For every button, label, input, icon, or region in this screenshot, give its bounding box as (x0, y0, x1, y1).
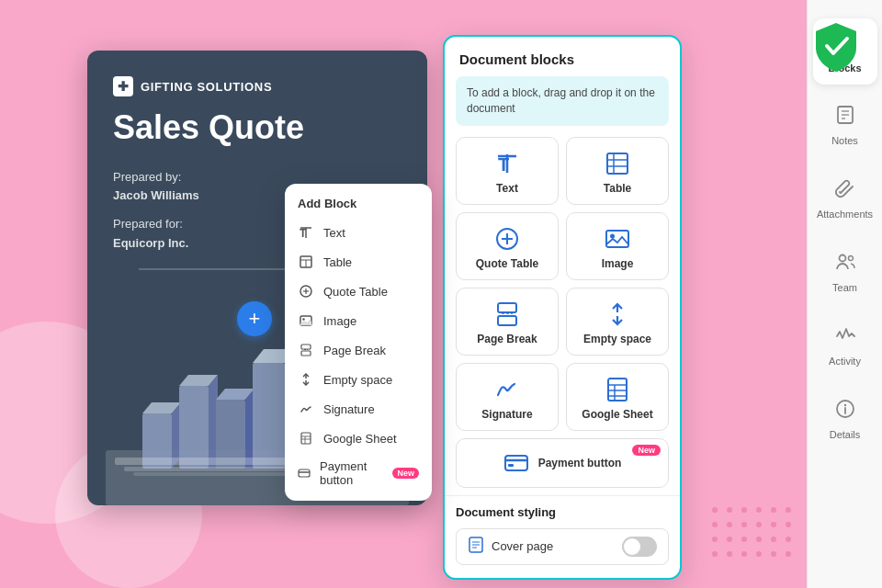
block-empty-space-label: Empty space (583, 333, 651, 345)
block-google-sheet-label: Google Sheet (582, 408, 652, 421)
add-block-item-emptyspace[interactable]: Empty space (285, 365, 432, 394)
document-blocks-panel: Document blocks To add a block, drag and… (443, 35, 682, 580)
block-empty-space-icon (605, 301, 630, 327)
add-block-item-quote[interactable]: Quote Table (285, 277, 432, 306)
block-quote-label: Quote Table (476, 257, 538, 270)
block-text-label: Text (496, 182, 518, 195)
activity-sidebar-icon (835, 325, 855, 351)
add-block-item-image[interactable]: Image (285, 306, 432, 335)
add-block-item-googlesheet[interactable]: Google Sheet (285, 424, 432, 453)
sidebar-team-label: Team (832, 282, 857, 293)
blocks-hint: To add a block, drag and drop it on the … (456, 76, 669, 126)
block-table-icon (605, 151, 630, 176)
signature-icon (298, 401, 314, 417)
page-break-icon (298, 342, 314, 358)
block-signature-icon (494, 377, 520, 402)
svg-point-52 (610, 233, 615, 238)
block-payment-button[interactable]: New Payment button (456, 438, 669, 488)
svg-rect-31 (301, 351, 311, 356)
right-sidebar: Blocks Notes Attachments Team Activity D… (807, 0, 882, 588)
doc-logo: ✚ GIFTING SOLUTIONS (113, 76, 401, 96)
payment-button-icon (298, 465, 311, 481)
block-table[interactable]: Table (566, 137, 669, 205)
sidebar-item-attachments[interactable]: Attachments (813, 165, 877, 232)
blocks-grid: T Text Table Quote Table Image (445, 137, 680, 495)
empty-space-icon (298, 371, 314, 388)
team-sidebar-icon (835, 252, 855, 277)
sidebar-item-details[interactable]: Details (813, 386, 877, 452)
sidebar-item-notes[interactable]: Notes (813, 92, 877, 158)
cover-page-label: Cover page (492, 539, 553, 553)
block-google-sheet-icon (605, 377, 630, 402)
svg-rect-35 (301, 433, 311, 444)
add-block-item-signature[interactable]: Signature (285, 394, 432, 424)
block-page-break-icon (494, 301, 520, 327)
svg-rect-65 (508, 464, 514, 467)
text-icon: T (298, 224, 314, 241)
block-page-break[interactable]: Page Break (456, 288, 559, 356)
sidebar-item-activity[interactable]: Activity (813, 312, 877, 379)
add-block-item-table[interactable]: Table (285, 247, 432, 277)
block-text-icon: T (494, 151, 520, 176)
details-sidebar-icon (835, 399, 855, 424)
logo-text: GIFTING SOLUTIONS (141, 80, 272, 94)
document-styling-section: Document styling Cover page (445, 495, 680, 578)
block-empty-space[interactable]: Empty space (566, 288, 669, 356)
dot-pattern-decoration (712, 507, 795, 560)
add-block-item-pagebreak[interactable]: Page Break (285, 335, 432, 365)
block-payment-icon (503, 450, 529, 476)
svg-rect-63 (505, 456, 527, 470)
svg-rect-39 (299, 469, 310, 477)
table-icon (298, 254, 314, 270)
block-quote-table-icon (494, 226, 520, 252)
cover-page-left: Cover page (468, 537, 553, 557)
cover-page-toggle[interactable] (622, 537, 657, 557)
add-block-item-text[interactable]: T Text (285, 218, 432, 247)
sidebar-item-team[interactable]: Team (813, 239, 877, 305)
svg-rect-58 (608, 379, 627, 401)
payment-new-badge: New (392, 468, 419, 479)
sidebar-details-label: Details (830, 429, 861, 440)
block-signature-label: Signature (481, 408, 532, 421)
block-image-label: Image (602, 257, 634, 270)
svg-rect-53 (498, 303, 516, 312)
block-signature[interactable]: Signature (456, 363, 559, 431)
notes-sidebar-icon (835, 105, 855, 130)
block-page-break-label: Page Break (477, 333, 537, 345)
blocks-panel-title: Document blocks (445, 37, 680, 76)
payment-new-badge-block: New (632, 445, 661, 456)
attachments-sidebar-icon (835, 178, 855, 204)
svg-rect-10 (253, 363, 285, 469)
svg-point-82 (843, 403, 845, 405)
quote-table-icon (298, 283, 314, 300)
svg-rect-30 (301, 345, 311, 349)
block-image[interactable]: Image (566, 212, 669, 280)
shield-badge (808, 18, 864, 74)
svg-point-78 (839, 254, 845, 261)
svg-rect-4 (179, 386, 209, 469)
block-image-icon (605, 226, 630, 252)
block-payment-label: Payment button (538, 457, 622, 469)
sidebar-attachments-label: Attachments (817, 209, 873, 220)
google-sheet-icon (298, 430, 314, 447)
svg-rect-51 (606, 231, 628, 247)
svg-point-29 (302, 318, 304, 320)
svg-rect-44 (607, 153, 628, 174)
add-block-button[interactable]: + (237, 301, 272, 336)
svg-point-79 (848, 255, 853, 260)
add-block-dropdown: Add Block T Text Table Quote Table Image… (285, 184, 432, 501)
add-block-item-payment[interactable]: Payment button New (285, 453, 432, 493)
cover-page-row: Cover page (456, 528, 669, 565)
cover-page-icon (468, 537, 484, 557)
block-google-sheet[interactable]: Google Sheet (566, 363, 669, 431)
block-text[interactable]: T Text (456, 137, 559, 205)
block-quote-table[interactable]: Quote Table (456, 212, 559, 280)
add-block-dropdown-title: Add Block (285, 191, 432, 218)
svg-rect-54 (498, 316, 516, 325)
sidebar-activity-label: Activity (829, 356, 861, 367)
doc-title: Sales Quote (113, 109, 401, 146)
doc-styling-title: Document styling (456, 505, 669, 519)
sidebar-notes-label: Notes (831, 135, 858, 146)
image-icon (298, 312, 314, 329)
block-table-label: Table (604, 182, 631, 195)
